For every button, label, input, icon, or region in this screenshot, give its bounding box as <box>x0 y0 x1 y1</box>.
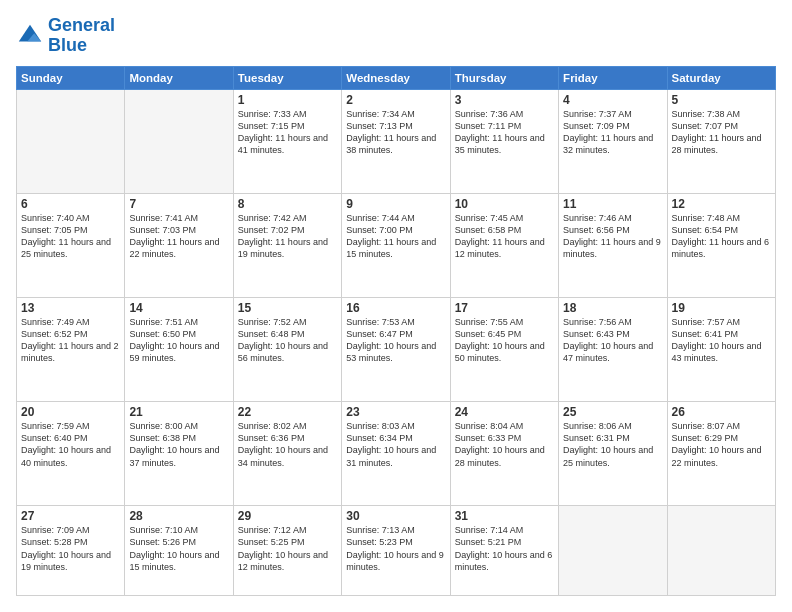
day-info: Sunrise: 7:34 AM Sunset: 7:13 PM Dayligh… <box>346 108 445 157</box>
calendar-cell: 20Sunrise: 7:59 AM Sunset: 6:40 PM Dayli… <box>17 402 125 506</box>
day-number: 7 <box>129 197 228 211</box>
day-number: 13 <box>21 301 120 315</box>
calendar-week-row: 20Sunrise: 7:59 AM Sunset: 6:40 PM Dayli… <box>17 402 776 506</box>
calendar-cell: 15Sunrise: 7:52 AM Sunset: 6:48 PM Dayli… <box>233 297 341 401</box>
day-number: 14 <box>129 301 228 315</box>
day-info: Sunrise: 7:49 AM Sunset: 6:52 PM Dayligh… <box>21 316 120 365</box>
calendar-cell: 5Sunrise: 7:38 AM Sunset: 7:07 PM Daylig… <box>667 89 775 193</box>
calendar-cell: 27Sunrise: 7:09 AM Sunset: 5:28 PM Dayli… <box>17 506 125 596</box>
day-number: 25 <box>563 405 662 419</box>
day-info: Sunrise: 7:36 AM Sunset: 7:11 PM Dayligh… <box>455 108 554 157</box>
calendar-cell: 1Sunrise: 7:33 AM Sunset: 7:15 PM Daylig… <box>233 89 341 193</box>
day-info: Sunrise: 7:52 AM Sunset: 6:48 PM Dayligh… <box>238 316 337 365</box>
calendar-cell: 18Sunrise: 7:56 AM Sunset: 6:43 PM Dayli… <box>559 297 667 401</box>
calendar-cell: 29Sunrise: 7:12 AM Sunset: 5:25 PM Dayli… <box>233 506 341 596</box>
calendar-cell: 7Sunrise: 7:41 AM Sunset: 7:03 PM Daylig… <box>125 193 233 297</box>
day-number: 8 <box>238 197 337 211</box>
day-number: 27 <box>21 509 120 523</box>
calendar-cell: 16Sunrise: 7:53 AM Sunset: 6:47 PM Dayli… <box>342 297 450 401</box>
weekday-header: Sunday <box>17 66 125 89</box>
day-info: Sunrise: 8:02 AM Sunset: 6:36 PM Dayligh… <box>238 420 337 469</box>
day-number: 2 <box>346 93 445 107</box>
day-number: 29 <box>238 509 337 523</box>
day-info: Sunrise: 7:59 AM Sunset: 6:40 PM Dayligh… <box>21 420 120 469</box>
day-number: 21 <box>129 405 228 419</box>
day-number: 24 <box>455 405 554 419</box>
calendar-cell <box>17 89 125 193</box>
day-info: Sunrise: 7:44 AM Sunset: 7:00 PM Dayligh… <box>346 212 445 261</box>
day-info: Sunrise: 7:38 AM Sunset: 7:07 PM Dayligh… <box>672 108 771 157</box>
day-number: 22 <box>238 405 337 419</box>
day-info: Sunrise: 8:04 AM Sunset: 6:33 PM Dayligh… <box>455 420 554 469</box>
day-info: Sunrise: 7:41 AM Sunset: 7:03 PM Dayligh… <box>129 212 228 261</box>
day-number: 23 <box>346 405 445 419</box>
day-number: 28 <box>129 509 228 523</box>
calendar-cell <box>125 89 233 193</box>
weekday-header: Tuesday <box>233 66 341 89</box>
calendar-cell: 6Sunrise: 7:40 AM Sunset: 7:05 PM Daylig… <box>17 193 125 297</box>
calendar-table: SundayMondayTuesdayWednesdayThursdayFrid… <box>16 66 776 596</box>
calendar-cell: 17Sunrise: 7:55 AM Sunset: 6:45 PM Dayli… <box>450 297 558 401</box>
weekday-header: Friday <box>559 66 667 89</box>
calendar-cell: 13Sunrise: 7:49 AM Sunset: 6:52 PM Dayli… <box>17 297 125 401</box>
day-number: 10 <box>455 197 554 211</box>
header: General Blue <box>16 16 776 56</box>
calendar-cell: 23Sunrise: 8:03 AM Sunset: 6:34 PM Dayli… <box>342 402 450 506</box>
day-number: 20 <box>21 405 120 419</box>
calendar-week-row: 27Sunrise: 7:09 AM Sunset: 5:28 PM Dayli… <box>17 506 776 596</box>
day-info: Sunrise: 8:07 AM Sunset: 6:29 PM Dayligh… <box>672 420 771 469</box>
day-number: 5 <box>672 93 771 107</box>
day-info: Sunrise: 7:48 AM Sunset: 6:54 PM Dayligh… <box>672 212 771 261</box>
weekday-header: Wednesday <box>342 66 450 89</box>
calendar-cell: 30Sunrise: 7:13 AM Sunset: 5:23 PM Dayli… <box>342 506 450 596</box>
weekday-header: Monday <box>125 66 233 89</box>
day-number: 1 <box>238 93 337 107</box>
calendar-cell: 24Sunrise: 8:04 AM Sunset: 6:33 PM Dayli… <box>450 402 558 506</box>
calendar-cell: 28Sunrise: 7:10 AM Sunset: 5:26 PM Dayli… <box>125 506 233 596</box>
day-number: 4 <box>563 93 662 107</box>
logo: General Blue <box>16 16 115 56</box>
day-number: 26 <box>672 405 771 419</box>
calendar-cell: 19Sunrise: 7:57 AM Sunset: 6:41 PM Dayli… <box>667 297 775 401</box>
logo-icon <box>16 22 44 50</box>
calendar-cell: 12Sunrise: 7:48 AM Sunset: 6:54 PM Dayli… <box>667 193 775 297</box>
calendar-cell: 2Sunrise: 7:34 AM Sunset: 7:13 PM Daylig… <box>342 89 450 193</box>
day-number: 11 <box>563 197 662 211</box>
day-info: Sunrise: 7:10 AM Sunset: 5:26 PM Dayligh… <box>129 524 228 573</box>
calendar-cell: 11Sunrise: 7:46 AM Sunset: 6:56 PM Dayli… <box>559 193 667 297</box>
day-info: Sunrise: 7:33 AM Sunset: 7:15 PM Dayligh… <box>238 108 337 157</box>
weekday-header: Saturday <box>667 66 775 89</box>
day-number: 18 <box>563 301 662 315</box>
day-info: Sunrise: 7:09 AM Sunset: 5:28 PM Dayligh… <box>21 524 120 573</box>
day-number: 17 <box>455 301 554 315</box>
day-number: 30 <box>346 509 445 523</box>
day-number: 15 <box>238 301 337 315</box>
page: General Blue SundayMondayTuesdayWednesda… <box>0 0 792 612</box>
calendar-cell <box>559 506 667 596</box>
calendar-cell: 25Sunrise: 8:06 AM Sunset: 6:31 PM Dayli… <box>559 402 667 506</box>
day-info: Sunrise: 8:03 AM Sunset: 6:34 PM Dayligh… <box>346 420 445 469</box>
calendar-cell: 21Sunrise: 8:00 AM Sunset: 6:38 PM Dayli… <box>125 402 233 506</box>
day-info: Sunrise: 7:13 AM Sunset: 5:23 PM Dayligh… <box>346 524 445 573</box>
day-info: Sunrise: 8:06 AM Sunset: 6:31 PM Dayligh… <box>563 420 662 469</box>
day-number: 19 <box>672 301 771 315</box>
calendar-cell: 14Sunrise: 7:51 AM Sunset: 6:50 PM Dayli… <box>125 297 233 401</box>
calendar-header-row: SundayMondayTuesdayWednesdayThursdayFrid… <box>17 66 776 89</box>
calendar-cell: 9Sunrise: 7:44 AM Sunset: 7:00 PM Daylig… <box>342 193 450 297</box>
calendar-cell: 22Sunrise: 8:02 AM Sunset: 6:36 PM Dayli… <box>233 402 341 506</box>
day-info: Sunrise: 7:51 AM Sunset: 6:50 PM Dayligh… <box>129 316 228 365</box>
day-info: Sunrise: 7:14 AM Sunset: 5:21 PM Dayligh… <box>455 524 554 573</box>
day-info: Sunrise: 7:40 AM Sunset: 7:05 PM Dayligh… <box>21 212 120 261</box>
calendar-cell: 31Sunrise: 7:14 AM Sunset: 5:21 PM Dayli… <box>450 506 558 596</box>
calendar-cell: 10Sunrise: 7:45 AM Sunset: 6:58 PM Dayli… <box>450 193 558 297</box>
day-number: 31 <box>455 509 554 523</box>
logo-text: General Blue <box>48 16 115 56</box>
day-info: Sunrise: 7:42 AM Sunset: 7:02 PM Dayligh… <box>238 212 337 261</box>
day-info: Sunrise: 7:12 AM Sunset: 5:25 PM Dayligh… <box>238 524 337 573</box>
day-number: 3 <box>455 93 554 107</box>
day-info: Sunrise: 7:56 AM Sunset: 6:43 PM Dayligh… <box>563 316 662 365</box>
day-info: Sunrise: 7:46 AM Sunset: 6:56 PM Dayligh… <box>563 212 662 261</box>
day-info: Sunrise: 7:37 AM Sunset: 7:09 PM Dayligh… <box>563 108 662 157</box>
calendar-week-row: 1Sunrise: 7:33 AM Sunset: 7:15 PM Daylig… <box>17 89 776 193</box>
day-info: Sunrise: 7:55 AM Sunset: 6:45 PM Dayligh… <box>455 316 554 365</box>
